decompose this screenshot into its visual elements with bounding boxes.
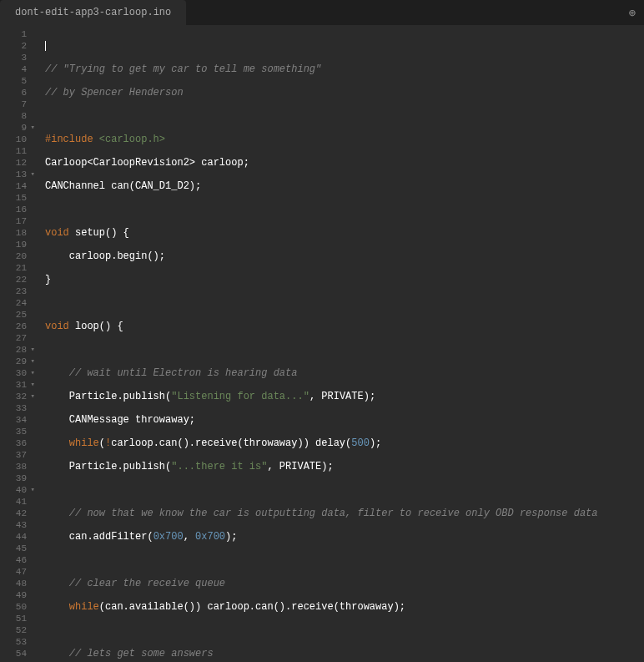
code-line[interactable]: while(can.available()) carloop.can().rec… [45,601,598,613]
line-number: 29 [3,356,27,367]
line-number: 51 [3,613,27,624]
line-number: 9 [3,122,27,134]
line-number: 14 [3,180,27,192]
code-line[interactable]: } [45,274,598,286]
line-number: 36 [3,437,27,449]
code-line[interactable] [45,554,598,566]
code-line[interactable]: // lets get some answers [45,648,598,659]
code-area[interactable]: // "Trying to get my car to tell me some… [33,25,598,662]
line-number: 54 [3,648,27,659]
code-line[interactable]: // now that we know the car is outputtin… [45,508,598,519]
line-number: 16 [3,204,27,215]
code-line[interactable]: can.addFilter(0x700, 0x700); [45,531,598,543]
line-number: 48 [3,578,27,589]
line-number: 18 [3,227,27,239]
line-number: 50 [3,601,27,613]
line-number: 45 [3,543,27,554]
line-number: 20 [3,250,27,262]
tab-label: dont-edit-app3-carloop.ino [15,7,171,18]
line-number: 7 [3,99,27,110]
line-number: 23 [3,286,27,297]
code-line[interactable]: Particle.publish("Listening for data..."… [45,391,598,402]
line-number: 5 [3,75,27,87]
tab-file[interactable]: dont-edit-app3-carloop.ino [0,0,187,25]
line-number: 49 [3,589,27,601]
code-line[interactable]: Particle.publish("...there it is", PRIVA… [45,461,598,472]
code-line[interactable]: // wait until Electron is hearing data [45,367,598,379]
line-number: 24 [3,297,27,309]
line-number: 31 [3,379,27,391]
line-number: 1 [3,28,27,40]
line-number: 44 [3,531,27,543]
line-number: 3 [3,52,27,63]
line-number: 33 [3,402,27,414]
line-number: 53 [3,636,27,648]
line-number: 47 [3,566,27,578]
line-number: 52 [3,624,27,636]
line-number: 37 [3,449,27,461]
add-tab-icon[interactable]: ⊕ [629,6,636,20]
cursor [45,41,46,51]
code-line[interactable]: // clear the receive queue [45,578,598,589]
code-line[interactable]: void loop() { [45,321,598,332]
line-number: 39 [3,472,27,484]
line-number: 30 [3,367,27,379]
line-number: 22 [3,274,27,286]
code-line[interactable] [45,624,598,636]
line-number: 35 [3,426,27,437]
line-number: 27 [3,332,27,344]
line-number: 41 [3,496,27,508]
line-number: 40 [3,484,27,496]
line-number: 32 [3,391,27,402]
code-line[interactable]: carloop.begin(); [45,250,598,262]
line-number: 10 [3,134,27,145]
line-number: 42 [3,508,27,519]
editor[interactable]: 1234567891011121314151617181920212223242… [0,25,644,662]
code-line[interactable]: #include <carloop.h> [45,134,598,145]
line-number: 28 [3,344,27,356]
line-number: 43 [3,519,27,531]
line-number: 25 [3,309,27,321]
code-line[interactable] [45,484,598,496]
line-number: 15 [3,192,27,204]
line-number: 6 [3,87,27,99]
code-line[interactable] [45,110,598,122]
line-number: 11 [3,145,27,157]
code-line[interactable]: Carloop<CarloopRevision2> carloop; [45,157,598,169]
code-line[interactable] [45,344,598,356]
line-number: 21 [3,262,27,274]
line-gutter: 1234567891011121314151617181920212223242… [0,25,33,662]
code-line[interactable]: CANChannel can(CAN_D1_D2); [45,180,598,192]
line-number: 46 [3,554,27,566]
line-number: 38 [3,461,27,472]
code-line[interactable]: // "Trying to get my car to tell me some… [45,63,598,75]
tab-bar: dont-edit-app3-carloop.ino ⊕ [0,0,644,25]
line-number: 2 [3,40,27,52]
code-line[interactable]: CANMessage throwaway; [45,414,598,426]
code-line[interactable]: while(!carloop.can().receive(throwaway))… [45,437,598,449]
line-number: 19 [3,239,27,250]
line-number: 34 [3,414,27,426]
line-number: 8 [3,110,27,122]
code-line[interactable] [45,204,598,215]
code-line[interactable]: // by Spencer Henderson [45,87,598,99]
line-number: 12 [3,157,27,169]
line-number: 17 [3,215,27,227]
line-number: 13 [3,169,27,180]
line-number: 26 [3,321,27,332]
code-line[interactable] [45,297,598,309]
code-line[interactable] [45,40,598,52]
code-line[interactable]: void setup() { [45,227,598,239]
line-number: 4 [3,63,27,75]
